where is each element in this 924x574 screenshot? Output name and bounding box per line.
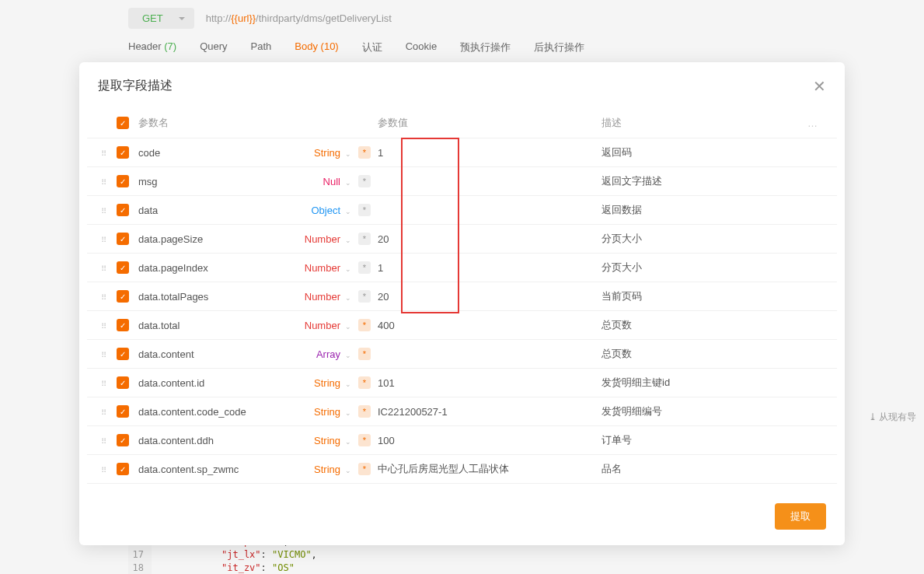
required-badge[interactable]: * [358, 290, 371, 303]
param-desc[interactable]: 返回码 [601, 145, 807, 159]
param-type[interactable]: Number [294, 291, 340, 303]
row-checkbox[interactable]: ✓ [117, 434, 129, 446]
chevron-down-icon[interactable]: ⌄ [345, 323, 351, 331]
param-value[interactable]: 100 [373, 435, 601, 446]
param-type[interactable]: Number [294, 262, 340, 274]
required-badge[interactable]: * [358, 405, 371, 418]
param-desc[interactable]: 总页数 [601, 347, 807, 361]
drag-handle-icon[interactable]: ⠿ [101, 322, 105, 331]
required-badge[interactable]: * [358, 348, 371, 360]
param-type[interactable]: String [294, 406, 340, 418]
chevron-down-icon[interactable]: ⌄ [345, 150, 351, 158]
required-badge[interactable]: * [358, 204, 371, 216]
select-all-checkbox[interactable]: ✓ [117, 117, 129, 129]
drag-handle-icon[interactable]: ⠿ [101, 351, 105, 359]
param-desc[interactable]: 订单号 [601, 433, 807, 447]
drag-handle-icon[interactable]: ⠿ [101, 408, 105, 417]
param-name[interactable]: data.pageIndex [138, 262, 294, 274]
param-type[interactable]: String [294, 377, 340, 389]
param-value[interactable]: 400 [373, 320, 601, 331]
required-badge[interactable]: * [358, 261, 371, 274]
param-value[interactable]: 1 [373, 262, 601, 274]
close-icon[interactable]: ✕ [813, 79, 826, 94]
required-badge[interactable]: * [358, 319, 371, 331]
chevron-down-icon[interactable]: ⌄ [345, 236, 351, 244]
param-value[interactable]: IC221200527-1 [373, 406, 601, 418]
chevron-down-icon[interactable]: ⌄ [345, 438, 351, 446]
param-desc[interactable]: 分页大小 [601, 232, 807, 246]
required-badge[interactable]: * [358, 146, 371, 159]
drag-handle-icon[interactable]: ⠿ [101, 207, 105, 215]
drag-handle-icon[interactable]: ⠿ [101, 236, 105, 244]
chevron-down-icon[interactable]: ⌄ [345, 265, 351, 273]
param-name[interactable]: data.content [138, 348, 294, 360]
param-name[interactable]: code [138, 147, 294, 159]
param-desc[interactable]: 发货明细编号 [601, 404, 807, 418]
required-badge[interactable]: * [358, 434, 371, 446]
param-name[interactable]: data.pageSize [138, 233, 294, 245]
param-desc[interactable]: 返回文字描述 [601, 174, 807, 188]
drag-handle-icon[interactable]: ⠿ [101, 380, 105, 388]
more-icon[interactable]: … [807, 117, 823, 129]
chevron-down-icon[interactable]: ⌄ [345, 208, 351, 215]
param-name[interactable]: data.content.ddh [138, 435, 294, 446]
row-checkbox[interactable]: ✓ [117, 175, 129, 187]
param-name[interactable]: msg [138, 176, 294, 187]
chevron-down-icon[interactable]: ⌄ [345, 179, 351, 187]
param-value[interactable]: 1 [373, 147, 601, 159]
param-type[interactable]: Null [294, 176, 340, 187]
param-name[interactable]: data.content.code_code [138, 406, 294, 418]
drag-handle-icon[interactable]: ⠿ [101, 178, 105, 187]
row-checkbox[interactable]: ✓ [117, 204, 129, 216]
param-desc[interactable]: 分页大小 [601, 261, 807, 275]
row-checkbox[interactable]: ✓ [117, 319, 129, 331]
table-row: ⠿✓data.contentArray⌄*总页数 [87, 339, 837, 368]
extract-button[interactable]: 提取 [775, 503, 826, 530]
param-desc[interactable]: 发货明细主键id [601, 376, 807, 390]
drag-handle-icon[interactable]: ⠿ [101, 466, 105, 474]
param-value[interactable]: 20 [373, 291, 601, 303]
param-value[interactable]: 101 [373, 377, 601, 389]
param-value[interactable]: 20 [373, 233, 601, 245]
param-type[interactable]: String [294, 147, 340, 159]
param-desc[interactable]: 总页数 [601, 318, 807, 332]
row-checkbox[interactable]: ✓ [117, 233, 129, 245]
drag-handle-icon[interactable]: ⠿ [101, 149, 105, 158]
param-desc[interactable]: 品名 [601, 462, 807, 476]
row-checkbox[interactable]: ✓ [117, 463, 129, 475]
param-name[interactable]: data.total [138, 320, 294, 331]
row-checkbox[interactable]: ✓ [117, 290, 129, 303]
param-type[interactable]: Number [294, 233, 340, 245]
param-type[interactable]: String [294, 464, 340, 475]
param-type[interactable]: Number [294, 320, 340, 331]
chevron-down-icon[interactable]: ⌄ [345, 380, 351, 388]
col-header-name: 参数名 [138, 116, 294, 130]
param-type[interactable]: Array [294, 348, 340, 360]
required-badge[interactable]: * [358, 175, 371, 187]
chevron-down-icon[interactable]: ⌄ [345, 294, 351, 302]
chevron-down-icon[interactable]: ⌄ [345, 409, 351, 417]
param-name[interactable]: data.content.sp_zwmc [138, 464, 294, 475]
param-name[interactable]: data.content.id [138, 377, 294, 389]
required-badge[interactable]: * [358, 233, 371, 245]
drag-handle-icon[interactable]: ⠿ [101, 437, 105, 446]
chevron-down-icon[interactable]: ⌄ [345, 467, 351, 474]
row-checkbox[interactable]: ✓ [117, 146, 129, 159]
param-desc[interactable]: 当前页码 [601, 289, 807, 303]
param-name[interactable]: data.totalPages [138, 291, 294, 303]
param-desc[interactable]: 数量 [601, 491, 807, 492]
param-type[interactable]: Object [294, 205, 340, 216]
row-checkbox[interactable]: ✓ [117, 261, 129, 274]
required-badge[interactable]: * [358, 463, 371, 475]
param-value[interactable]: 中心孔后房屈光型人工晶状体 [373, 462, 601, 476]
row-checkbox[interactable]: ✓ [117, 405, 129, 418]
param-desc[interactable]: 返回数据 [601, 203, 807, 217]
drag-handle-icon[interactable]: ⠿ [101, 293, 105, 302]
drag-handle-icon[interactable]: ⠿ [101, 264, 105, 273]
param-name[interactable]: data [138, 205, 294, 216]
row-checkbox[interactable]: ✓ [117, 348, 129, 360]
row-checkbox[interactable]: ✓ [117, 376, 129, 389]
required-badge[interactable]: * [358, 376, 371, 389]
chevron-down-icon[interactable]: ⌄ [345, 352, 351, 359]
param-type[interactable]: String [294, 435, 340, 446]
